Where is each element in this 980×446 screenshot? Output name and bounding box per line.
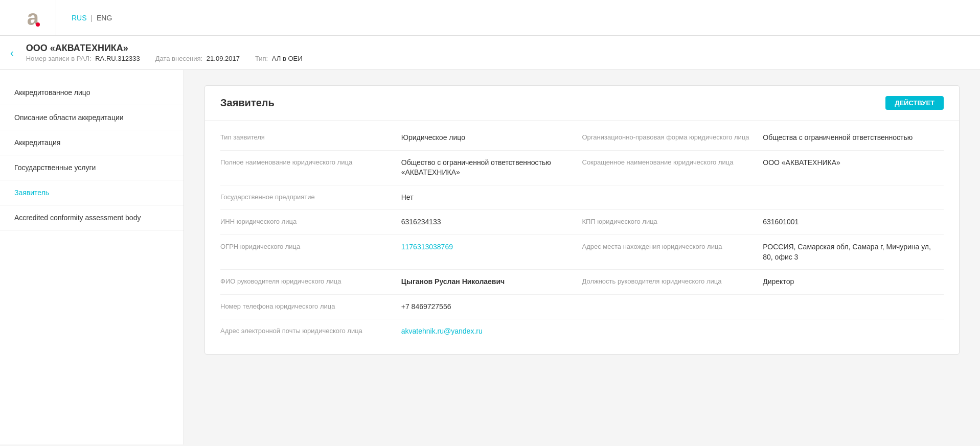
- table-row: ИНН юридического лица 6316234133 КПП юри…: [220, 210, 944, 235]
- field-label-empty2: [582, 302, 763, 312]
- sidebar-item-state-services[interactable]: Государственные услуги: [0, 155, 184, 180]
- field-value-email[interactable]: akvatehnik.ru@yandex.ru: [401, 326, 582, 337]
- table-row: Адрес электронной почты юридического лиц…: [220, 319, 944, 344]
- sidebar-item-applicant[interactable]: Заявитель: [0, 180, 184, 205]
- field-value-empty2: [763, 302, 944, 312]
- record-number: Номер записи в РАЛ: RA.RU.312333: [26, 55, 140, 62]
- sidebar-item-description[interactable]: Описание области аккредитации: [0, 105, 184, 130]
- field-label-inn: ИНН юридического лица: [220, 217, 401, 227]
- language-switcher: RUS | ENG: [72, 14, 112, 22]
- field-label-address: Адрес места нахождения юридического лица: [582, 242, 763, 262]
- field-value-full-name: Общество с ограниченной ответственностью…: [401, 158, 582, 178]
- sidebar-item-accredited[interactable]: Аккредитованное лицо: [0, 80, 184, 105]
- field-label-state-enterprise: Государственное предприятие: [220, 193, 401, 203]
- field-value-inn: 6316234133: [401, 217, 582, 227]
- table-row: Номер телефона юридического лица +7 8469…: [220, 295, 944, 320]
- table-row: ФИО руководителя юридического лица Цыган…: [220, 270, 944, 295]
- content-area: Заявитель ДЕЙСТВУЕТ Тип заявителя Юридич…: [184, 70, 980, 444]
- field-value-empty1: [763, 193, 944, 203]
- table-row: Тип заявителя Юридическое лицо Организац…: [220, 126, 944, 151]
- lang-eng[interactable]: ENG: [97, 14, 112, 22]
- type-info: Тип: АЛ в ОЕИ: [255, 55, 303, 62]
- field-value-empty3: [763, 326, 944, 337]
- field-value-kpp: 631601001: [763, 217, 944, 227]
- field-value-director-title: Директор: [763, 277, 944, 287]
- field-label-email: Адрес электронной почты юридического лиц…: [220, 326, 401, 337]
- lang-rus[interactable]: RUS: [72, 14, 87, 22]
- entry-date: Дата внесения: 21.09.2017: [155, 55, 240, 62]
- field-label-ogrn: ОГРН юридического лица: [220, 242, 401, 262]
- field-value-legal-form: Общества с ограниченной ответственностью: [763, 133, 944, 143]
- field-value-director-name: Цыганов Руслан Николаевич: [401, 277, 582, 287]
- section-card: Заявитель ДЕЙСТВУЕТ Тип заявителя Юридич…: [204, 85, 960, 355]
- main-layout: Аккредитованное лицо Описание области ак…: [0, 70, 980, 444]
- field-value-phone: +7 8469727556: [401, 302, 582, 312]
- field-value-state-enterprise: Нет: [401, 193, 582, 203]
- field-label-full-name: Полное наименование юридического лица: [220, 158, 401, 178]
- field-label-applicant-type: Тип заявителя: [220, 133, 401, 143]
- field-value-applicant-type: Юридическое лицо: [401, 133, 582, 143]
- logo: a: [10, 0, 56, 35]
- field-label-short-name: Сокращенное наименование юридического ли…: [582, 158, 763, 178]
- sidebar-item-conformity[interactable]: Accredited conformity assessment body: [0, 205, 184, 230]
- sidebar-item-accreditation[interactable]: Аккредитация: [0, 130, 184, 155]
- page-title-bar: ‹ ООО «АКВАТЕХНИКА» Номер записи в РАЛ: …: [0, 36, 980, 70]
- section-header: Заявитель ДЕЙСТВУЕТ: [205, 86, 959, 121]
- back-button[interactable]: ‹: [10, 47, 14, 59]
- table-row: Полное наименование юридического лица Об…: [220, 151, 944, 185]
- field-value-address: РОССИЯ, Самарская обл, Самара г, Мичурин…: [763, 242, 944, 262]
- logo-dot: [36, 22, 40, 27]
- meta-info: Номер записи в РАЛ: RA.RU.312333 Дата вн…: [26, 55, 303, 62]
- fields-table: Тип заявителя Юридическое лицо Организац…: [205, 121, 959, 354]
- field-label-director-name: ФИО руководителя юридического лица: [220, 277, 401, 287]
- field-label-legal-form: Организационно-правовая форма юридическо…: [582, 133, 763, 143]
- field-label-empty1: [582, 193, 763, 203]
- section-title: Заявитель: [220, 97, 275, 109]
- logo-letter: a: [27, 7, 39, 29]
- field-value-ogrn[interactable]: 1176313038769: [401, 242, 582, 262]
- org-title: ООО «АКВАТЕХНИКА»: [26, 43, 303, 54]
- sidebar: Аккредитованное лицо Описание области ак…: [0, 70, 184, 444]
- field-label-empty3: [582, 326, 763, 337]
- lang-separator: |: [90, 14, 93, 22]
- field-label-director-title: Должность руководителя юридического лица: [582, 277, 763, 287]
- field-label-kpp: КПП юридического лица: [582, 217, 763, 227]
- status-badge: ДЕЙСТВУЕТ: [885, 96, 944, 110]
- field-label-phone: Номер телефона юридического лица: [220, 302, 401, 312]
- header: a RUS | ENG: [0, 0, 980, 36]
- field-value-short-name: ООО «АКВАТЕХНИКА»: [763, 158, 944, 178]
- table-row: ОГРН юридического лица 1176313038769 Адр…: [220, 235, 944, 270]
- table-row: Государственное предприятие Нет: [220, 185, 944, 210]
